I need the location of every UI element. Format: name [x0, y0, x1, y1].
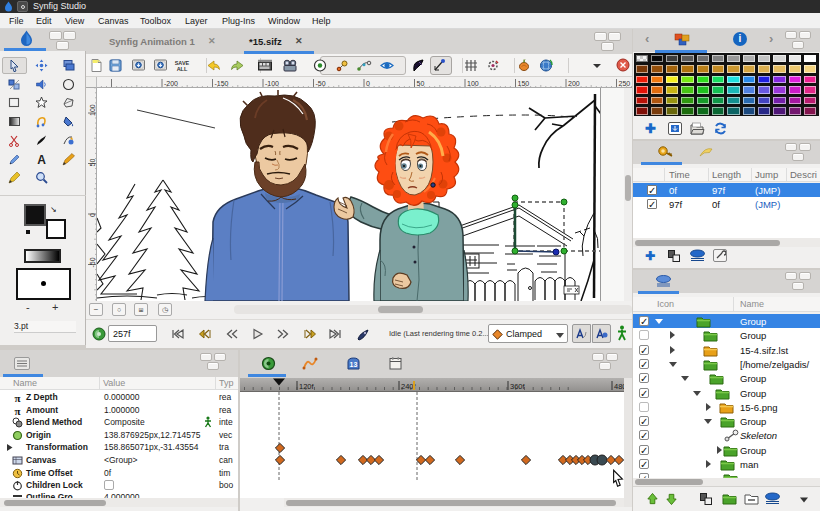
- svg-text:0: 0: [366, 80, 370, 87]
- svg-text:120f: 120f: [299, 382, 315, 391]
- svg-text:-100: -100: [265, 80, 279, 87]
- svg-text:50: 50: [89, 159, 96, 167]
- svg-text:13: 13: [350, 361, 358, 368]
- svg-text:50: 50: [417, 80, 425, 87]
- svg-text:-50: -50: [89, 257, 96, 267]
- svg-text:π: π: [14, 405, 20, 416]
- svg-text:0: 0: [89, 213, 96, 217]
- svg-text:360f: 360f: [510, 382, 526, 391]
- svg-text:250: 250: [619, 80, 631, 87]
- svg-text:ALL: ALL: [177, 66, 188, 72]
- svg-text:100: 100: [89, 104, 96, 116]
- svg-text:480: 480: [614, 382, 624, 391]
- svg-text:A: A: [37, 153, 46, 166]
- svg-text:150: 150: [518, 80, 530, 87]
- svg-text:100: 100: [467, 80, 479, 87]
- svg-text:-200: -200: [164, 80, 178, 87]
- svg-text:-50: -50: [316, 80, 326, 87]
- svg-text:π: π: [14, 392, 20, 403]
- svg-text:200: 200: [568, 80, 580, 87]
- svg-text:-150: -150: [215, 80, 229, 87]
